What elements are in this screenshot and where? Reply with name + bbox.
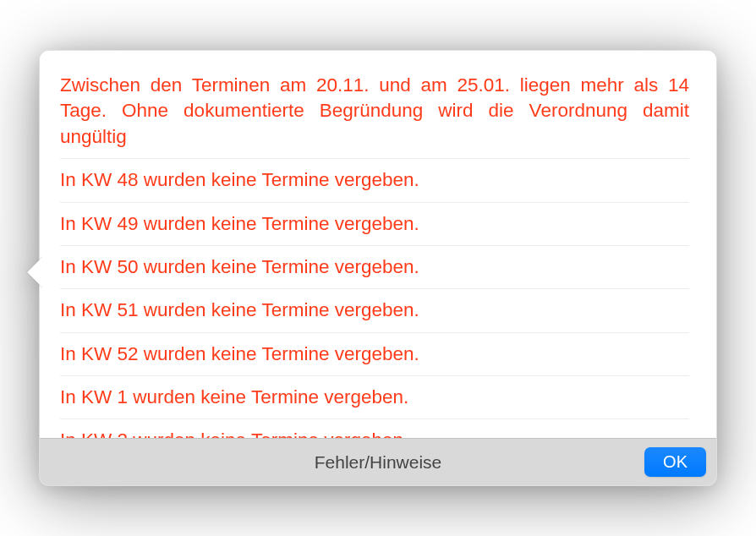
popover-dialog: Zwischen den Terminen am 20.11. und am 2…	[39, 50, 717, 486]
message-item: In KW 51 wurden keine Termine vergeben.	[60, 289, 689, 332]
message-item: In KW 2 wurden keine Termine vergeben.	[60, 419, 689, 438]
message-item: In KW 49 wurden keine Termine vergeben.	[60, 203, 689, 246]
message-list[interactable]: Zwischen den Terminen am 20.11. und am 2…	[40, 51, 716, 438]
message-item: Zwischen den Terminen am 20.11. und am 2…	[60, 64, 689, 159]
message-item: In KW 50 wurden keine Termine vergeben.	[60, 246, 689, 289]
dialog-footer: Fehler/Hinweise OK	[40, 438, 716, 485]
dialog-title: Fehler/Hinweise	[315, 452, 442, 473]
message-item: In KW 52 wurden keine Termine vergeben.	[60, 333, 689, 376]
message-item: In KW 48 wurden keine Termine vergeben.	[60, 159, 689, 202]
ok-button[interactable]: OK	[644, 447, 706, 477]
popover-arrow	[27, 257, 42, 287]
message-item: In KW 1 wurden keine Termine vergeben.	[60, 376, 689, 419]
